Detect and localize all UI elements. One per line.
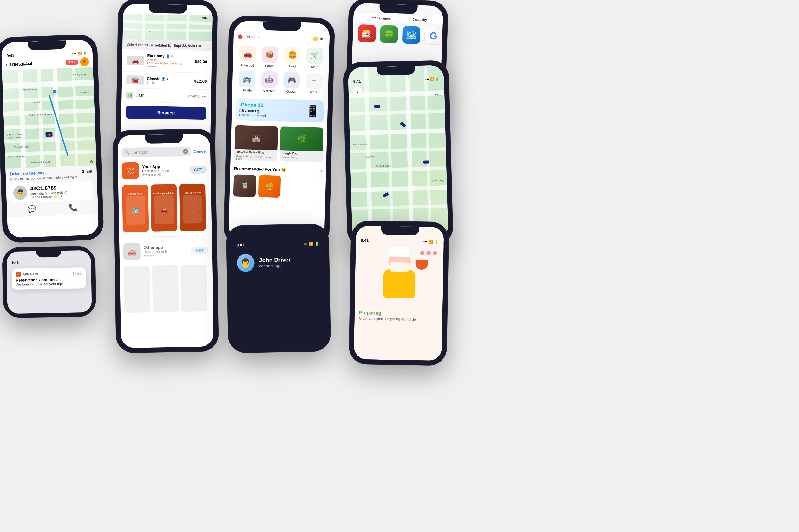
driver-avatar: 👨 xyxy=(13,186,28,200)
screenshot-2: Confirm your details 🚗 xyxy=(151,184,178,231)
scheduled-banner: Scheduled for Scheduled for Sept 23, 5:3… xyxy=(123,39,212,51)
cash-icon: 💵 xyxy=(126,92,133,98)
star-icon: ⭐ xyxy=(54,194,57,198)
phone8-status-icons: ▪▪▪ 📶 🔋 xyxy=(423,240,439,244)
more-services-item[interactable]: ••• More xyxy=(305,72,324,94)
gold-points-item[interactable]: 🟡 10 › xyxy=(313,36,326,41)
search-bar[interactable]: 🔍 transport ✕ xyxy=(122,147,191,157)
wifi-icon: 📶 xyxy=(77,51,81,55)
quests-label: Quests xyxy=(286,90,296,93)
ios-icon-translate[interactable]: G xyxy=(424,26,442,45)
economy-note: Fares are higher due to high demand xyxy=(147,61,192,69)
notif-app-icon xyxy=(16,272,21,277)
recommended-arrow-button[interactable]: › xyxy=(320,167,323,174)
sos-button[interactable]: S.O.S xyxy=(65,60,78,65)
more-icon-bg: ••• xyxy=(306,72,322,89)
phone-john-driver: 9:41 ▪▪▪ 📶 🔋 👨 John Driver connecting... xyxy=(227,224,330,353)
phone5-wifi-icon: 📶 xyxy=(309,242,313,246)
phone2-content: Maya Scheduled for Scheduled for Sept 23… xyxy=(121,4,213,124)
promo-link: Find out how to win! xyxy=(239,113,265,117)
food-item[interactable]: 🍔 Food xyxy=(283,46,302,69)
travel-cards: 🏰 Travel to Ba Na Hills Book a ride get … xyxy=(230,122,327,165)
phone7-signal: ▪▪▪ xyxy=(425,77,429,82)
promo-banner[interactable]: iPhone 12 Drawing Find out how to win! ℹ… xyxy=(235,98,324,122)
connecting-label: connecting... xyxy=(259,263,291,268)
food-illustration xyxy=(355,243,443,308)
cancel-search-button[interactable]: Cancel xyxy=(194,149,206,154)
call-button[interactable]: 📞 xyxy=(69,204,77,212)
travel-img-2: 🌿 xyxy=(280,127,323,151)
phone3-content: 🔍 transport ✕ Cancel YourApp Your App Bo… xyxy=(117,134,213,316)
phone5-time: 9:41 xyxy=(236,243,244,247)
classic-price: $12.00 xyxy=(194,79,207,84)
driver-name-label: John Driver xyxy=(259,256,291,264)
travel-card-1[interactable]: 🏰 Travel to Ba Na Hills Book a ride get … xyxy=(234,125,278,161)
map-label-4: JG Melon xyxy=(80,91,89,94)
map7-car1 xyxy=(374,104,380,108)
phone7-battery: 🔋 xyxy=(435,77,439,82)
phone5-status-icons: ▪▪▪ 📶 🔋 xyxy=(304,242,319,246)
red-points-item[interactable]: 🔴 100,000 › xyxy=(238,34,259,40)
classic-row[interactable]: 🚘 Classic 👤 4 2 mins $12.00 xyxy=(122,72,212,90)
notif-header: APP NAME 1h ago xyxy=(16,271,82,277)
phone1-notch xyxy=(28,40,66,50)
ios-icon-maps[interactable]: 🗺️ xyxy=(402,26,421,44)
phone7-notch xyxy=(377,66,415,76)
classic-time: 2 mins xyxy=(147,80,191,84)
search-icon: 🔍 xyxy=(125,150,129,155)
other-app-icon: 🚗 xyxy=(123,243,141,260)
your-app-card[interactable]: YourApp Your App Book a car online ★★★★★… xyxy=(118,157,211,183)
assistant-icon-bg: 🤖 xyxy=(261,71,277,88)
notif-app-name: APP NAME xyxy=(22,272,39,276)
recommended-title: Recommended For You 🤤 xyxy=(234,166,286,172)
phone7-status-bar: 9:41 ▪▪▪ 📶 🔋 xyxy=(348,76,444,85)
transport-icon-bg: 🚗 xyxy=(239,45,256,62)
economy-row[interactable]: 🚗 Economy 👤 4 2 mins Fares are higher du… xyxy=(122,50,212,73)
red-points: 100,000 xyxy=(244,35,257,39)
recommended-cards: 🧋 🍔 xyxy=(229,173,326,202)
gold-arrow-icon: › xyxy=(325,37,326,41)
chat-button[interactable]: 💬 xyxy=(28,205,36,213)
transport-item[interactable]: 🚗 Transport xyxy=(238,45,257,68)
quests-item[interactable]: 🎮 Quests xyxy=(282,72,301,93)
request-button[interactable]: Request xyxy=(126,106,206,120)
phone9-screen: 9:41 APP NAME 1h ago Reservation Confirm… xyxy=(6,250,92,314)
back-chevron-icon[interactable]: ‹ xyxy=(5,62,7,68)
driver-eta: 2 min xyxy=(82,169,92,174)
phone7-status-icons: ▪▪▪ 📶 🔋 xyxy=(425,77,439,82)
your-app-get-button[interactable]: GET xyxy=(189,165,207,174)
parcel-item[interactable]: 📦 Parcel xyxy=(260,46,279,68)
economy-car-img: 🚗 xyxy=(127,56,144,65)
ios-icon-1[interactable]: 🎰 xyxy=(358,24,376,43)
points-arrow-icon: › xyxy=(257,35,259,39)
mart-item[interactable]: 🛒 Mart xyxy=(305,47,324,69)
ios-icon-2[interactable]: 🍀 xyxy=(380,25,398,43)
rec-card-2[interactable]: 🍔 xyxy=(258,175,281,198)
other-app-card[interactable]: 🚗 Other app Book a car online ★★★★☆ GET xyxy=(119,238,212,263)
other-app-get-button[interactable]: GET xyxy=(191,246,208,254)
rec-card-1[interactable]: 🧋 xyxy=(233,174,256,197)
phone-driver-on-way: 9:41 ▪▪▪ 📶 🔋 ‹ 3764536444 S.O.S ⚠ xyxy=(0,35,104,243)
your-app-icon: YourApp xyxy=(122,162,139,179)
travel-card-2[interactable]: 🌿 3-Night Da... Special pac... xyxy=(280,127,324,162)
phone8-battery: 🔋 xyxy=(434,240,439,244)
transport-label: Transport xyxy=(240,63,254,67)
clear-search-button[interactable]: ✕ xyxy=(183,149,188,154)
food-bowl xyxy=(415,260,428,270)
phone-notification: 9:41 APP NAME 1h ago Reservation Confirm… xyxy=(2,246,96,318)
other-screenshot-1 xyxy=(123,266,150,313)
map7-label-2: Frick Collection xyxy=(353,143,368,146)
screenshot-1: One tap to Go 🗺️ xyxy=(122,185,149,232)
notification-card[interactable]: APP NAME 1h ago Reservation Confirmed We… xyxy=(12,267,86,290)
other-app-info: Other app Book a car online ★★★★☆ xyxy=(143,245,188,257)
economy-seats-icon: 👤 xyxy=(166,54,170,58)
shuttle-item[interactable]: 🚌 Shuttle xyxy=(237,71,256,93)
assistant-item[interactable]: 🤖 Assistant xyxy=(260,71,279,93)
map-label-east: E A S T xyxy=(73,74,80,76)
driver-name: Barrea Ramsey xyxy=(31,195,53,199)
payment-label: Cash xyxy=(135,93,185,98)
notif-app-row: APP NAME xyxy=(16,271,39,277)
promo-text: iPhone 12 Drawing Find out how to win! ℹ xyxy=(239,102,267,117)
food-items-right xyxy=(420,251,437,255)
phone4-screen: 🔴 100,000 › 🟡 10 › 🚗 Transport � xyxy=(229,21,330,242)
